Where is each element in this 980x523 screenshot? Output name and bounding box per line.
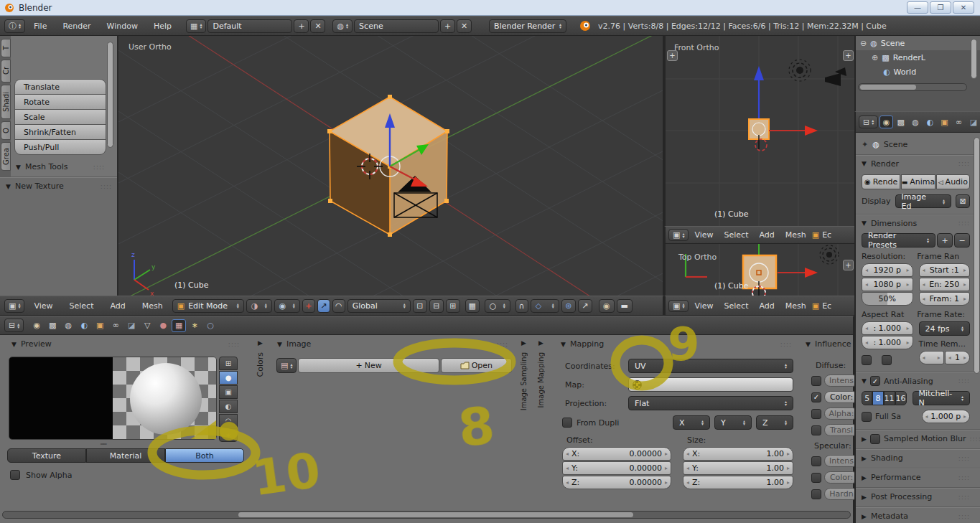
crop-checkbox[interactable] — [882, 355, 892, 365]
push-pull-button[interactable]: Push/Pull — [15, 140, 106, 154]
snap-toggle-button[interactable]: ∩ — [515, 299, 528, 313]
opengl-render-anim-button[interactable]: ▬ — [617, 299, 633, 313]
edge-select-button[interactable]: ⊟ — [429, 299, 444, 313]
face-select-button[interactable]: ⊞ — [446, 299, 460, 313]
display-lock-button[interactable]: ⊠ — [956, 194, 970, 208]
pin-icon[interactable]: ✦ — [862, 140, 868, 149]
menu-select[interactable]: Select — [719, 301, 754, 311]
image-open-button[interactable]: Open — [441, 358, 512, 373]
dimensions-panel-header[interactable]: ▼ Dimensions :::: — [862, 215, 970, 231]
time-remap-new-field[interactable]: 1 — [945, 351, 970, 364]
properties-vscrollbar[interactable] — [974, 137, 980, 374]
aa-filter-select[interactable]: Mitchell-N — [913, 391, 971, 405]
close-button[interactable]: ✕ — [953, 1, 974, 14]
mode-select[interactable]: ▣Edit Mode — [172, 299, 244, 313]
tab-world-context[interactable]: ◐ — [923, 116, 936, 128]
render-panel-header[interactable]: ▼ Render :::: — [862, 156, 970, 171]
from-dupli-checkbox[interactable] — [562, 418, 572, 428]
offset-x-field[interactable]: X:0.00000 — [562, 447, 671, 461]
tab-material-context[interactable]: ● — [156, 319, 170, 332]
pixel-size-field[interactable]: 1.000 p — [922, 410, 970, 423]
uv-map-field[interactable] — [628, 377, 793, 392]
preview-cube-button[interactable]: ▣ — [219, 385, 238, 399]
tab-scene-context[interactable]: ◍ — [909, 116, 922, 128]
mesh-tools-panel-header[interactable]: ▼ Mesh Tools :::: — [16, 162, 105, 171]
motion-blur-checkbox[interactable] — [870, 434, 880, 444]
screen-layout-icon-button[interactable]: ▦ — [186, 19, 206, 33]
preview-lamp-button[interactable]: ∗ — [219, 428, 238, 442]
diffuse-alpha-slider[interactable]: Alpha: — [824, 407, 854, 420]
preview-sphere-button[interactable]: ● — [219, 371, 238, 385]
projection-select[interactable]: Flat — [628, 396, 793, 410]
menu-file[interactable]: File — [27, 22, 54, 31]
antialiasing-checkbox[interactable]: ✓ — [870, 376, 880, 386]
antialiasing-panel-header[interactable]: ▼ ✓ Anti-Aliasing :::: — [862, 373, 970, 389]
editor-type-3dview-button[interactable]: ▣ — [4, 299, 24, 313]
frame-step-field[interactable]: Fram: 1 — [919, 292, 971, 306]
add-layout-button[interactable]: + — [294, 19, 309, 33]
render-audio-button[interactable]: ◁Audio — [936, 174, 970, 189]
tab-renderlayers-context[interactable]: ▩ — [45, 319, 60, 332]
shelf-tab-options[interactable]: O — [1, 121, 11, 140]
tool-shelf-scrollbar[interactable] — [107, 42, 113, 148]
editor-type-properties-button[interactable]: ⊟ — [4, 319, 24, 332]
editor-type-info-button[interactable]: ⓘ — [4, 19, 25, 33]
rotate-button[interactable]: Rotate — [15, 95, 106, 109]
tab-physics-context[interactable]: ○ — [203, 319, 218, 332]
offset-z-field[interactable]: Z:0.00000 — [562, 476, 671, 489]
menu-view[interactable]: View — [689, 301, 718, 311]
diffuse-color-checkbox[interactable]: ✓ — [811, 392, 821, 402]
specular-hardness-slider[interactable]: Hardn — [824, 488, 854, 500]
outliner-vscrollbar[interactable] — [971, 39, 977, 79]
axis-z-select[interactable]: Z — [756, 415, 793, 430]
expand-panel-button[interactable]: + — [843, 260, 854, 270]
vertex-select-button[interactable]: ⊡ — [413, 299, 427, 313]
snap-element-select[interactable]: ◇ — [531, 299, 559, 313]
preview-texture-tab[interactable]: Texture — [7, 448, 86, 463]
image-sampling-collapsed-arrow[interactable]: ▶ — [521, 339, 526, 347]
menu-window[interactable]: Window — [100, 22, 145, 31]
diffuse-intensity-slider[interactable]: Intens — [824, 374, 854, 387]
offset-y-field[interactable]: Y:0.00000 — [562, 461, 671, 475]
translate-button[interactable]: Translate — [15, 80, 106, 94]
aa-samples-8-button[interactable]: 8 — [872, 391, 883, 405]
border-checkbox[interactable] — [862, 355, 872, 365]
preview-both-tab[interactable]: Both — [165, 448, 244, 463]
tab-object-context[interactable]: ▣ — [93, 319, 107, 332]
resolution-y-field[interactable]: 1080 p — [862, 278, 913, 291]
tab-modifiers-context[interactable]: ◪ — [967, 116, 980, 128]
show-alpha-checkbox[interactable] — [10, 470, 20, 480]
diffuse-translucency-checkbox[interactable] — [811, 425, 821, 435]
shelf-tab-create[interactable]: Cr — [1, 60, 11, 83]
viewport-3d-main[interactable]: z y x User Ortho (1) Cube — [118, 36, 664, 296]
coordinates-select[interactable]: UV — [628, 359, 793, 373]
translate-manipulator-button[interactable]: ↗ — [317, 299, 330, 313]
axis-y-select[interactable]: Y — [714, 415, 752, 430]
outliner-item-world[interactable]: ◐ World — [856, 65, 980, 79]
frame-end-field[interactable]: En: 250 — [919, 278, 971, 291]
diffuse-translucency-slider[interactable]: Transl — [824, 424, 854, 436]
fps-select[interactable]: 24 fps — [919, 321, 971, 336]
render-engine-select[interactable]: Blender Render — [489, 19, 566, 33]
diffuse-color-slider[interactable]: Color: — [824, 391, 854, 403]
preview-flat-button[interactable]: ⊞ — [219, 357, 238, 370]
menu-mesh[interactable]: Mesh — [780, 230, 811, 240]
tab-constraints-context[interactable]: ∞ — [953, 116, 966, 128]
editor-type-3dview-button[interactable]: ▣ — [668, 229, 689, 241]
specular-color-slider[interactable]: Color: — [824, 471, 854, 484]
camera-object[interactable] — [825, 67, 846, 86]
screen-layout-field[interactable]: Default — [207, 19, 292, 33]
specular-intensity-checkbox[interactable] — [811, 456, 821, 466]
resolution-x-field[interactable]: 1920 p — [862, 263, 913, 277]
tab-modifiers-context[interactable]: ◪ — [124, 319, 139, 332]
image-new-button[interactable]: +New — [298, 358, 439, 373]
specular-hardness-checkbox[interactable] — [811, 489, 821, 499]
tab-scene-context[interactable]: ◍ — [61, 319, 75, 332]
aa-samples-11-button[interactable]: 11 — [884, 391, 895, 405]
manipulate-center-button[interactable]: ↗ — [578, 299, 592, 313]
render-animation-button[interactable]: ▬Anima — [901, 174, 935, 189]
rotate-manipulator-button[interactable]: ◠ — [332, 299, 345, 313]
resolution-percentage-slider[interactable]: 50% — [862, 292, 913, 306]
tab-render-context[interactable]: ◉ — [879, 116, 892, 128]
tree-expand-icon[interactable]: ⊕ — [872, 53, 878, 62]
